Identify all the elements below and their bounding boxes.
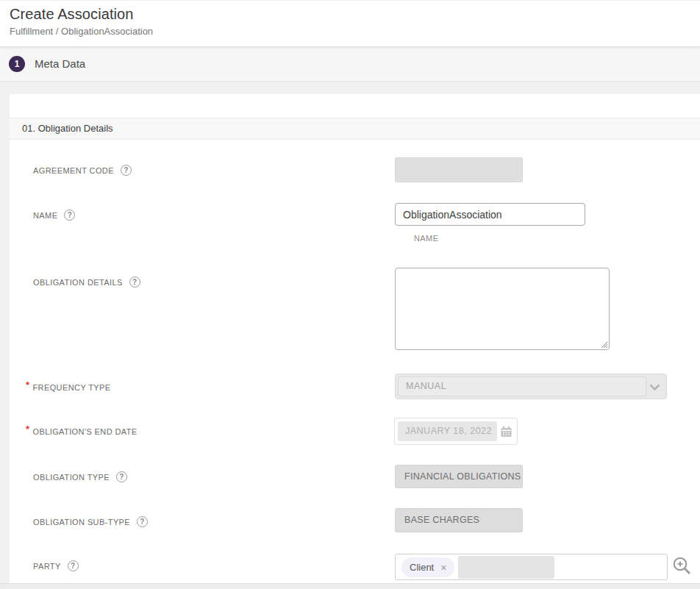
obligation-details-label: OBLIGATION DETAILS ?: [33, 276, 140, 288]
help-icon[interactable]: ?: [68, 560, 79, 571]
frequency-type-select: MANUAL: [395, 374, 667, 399]
help-icon[interactable]: ?: [64, 210, 75, 221]
step-label: Meta Data: [35, 57, 85, 70]
party-chip-label: Client: [410, 562, 434, 573]
name-label: NAME ?: [33, 210, 75, 221]
section-header-obligation-details: 01. Obligation Details: [10, 118, 700, 140]
help-icon[interactable]: ?: [129, 276, 140, 288]
obligation-end-date-label: * OBLIGATION'S END DATE: [26, 426, 138, 437]
party-tag-input[interactable]: Client ×: [395, 554, 668, 580]
calendar-icon: [501, 426, 512, 438]
party-label: PARTY ?: [33, 560, 79, 571]
name-input[interactable]: [395, 203, 585, 226]
obligation-details-field: [395, 268, 610, 350]
chevron-down-icon: [649, 384, 660, 391]
obligation-end-date-field: JANUARY 18, 2022: [394, 418, 518, 445]
agreement-code-field: [395, 157, 523, 182]
chip-remove-icon[interactable]: ×: [440, 562, 446, 574]
page-title: Create Association: [10, 6, 700, 23]
obligation-type-label: OBLIGATION TYPE ?: [33, 471, 127, 482]
required-marker: *: [26, 424, 29, 435]
next-section-strip: [0, 583, 700, 589]
step-header-meta-data[interactable]: 1 Meta Data: [0, 46, 700, 82]
help-icon[interactable]: ?: [121, 165, 132, 176]
obligation-end-date-value: JANUARY 18, 2022: [398, 421, 497, 441]
obligation-details-textarea[interactable]: [395, 268, 610, 350]
help-icon[interactable]: ?: [137, 516, 148, 527]
zoom-in-icon[interactable]: [672, 556, 693, 576]
form-card: 01. Obligation Details AGREEMENT CODE ? …: [10, 94, 700, 583]
page-header: Create Association Fulfillment / Obligat…: [0, 0, 700, 46]
obligation-sub-type-value: BASE CHARGES: [395, 508, 523, 532]
party-chip-client[interactable]: Client ×: [401, 557, 454, 577]
breadcrumb: Fulfillment / ObligationAssociation: [10, 26, 700, 37]
obligation-type-value: FINANCIAL OBLIGATIONS: [395, 465, 523, 488]
obligation-sub-type-label: OBLIGATION SUB-TYPE ?: [33, 516, 148, 527]
required-marker: *: [26, 379, 29, 390]
frequency-type-value: MANUAL: [398, 376, 646, 396]
name-helper-text: NAME: [414, 234, 438, 243]
agreement-code-label: AGREEMENT CODE ?: [33, 165, 132, 176]
party-text-input[interactable]: [458, 556, 554, 579]
step-number-badge: 1: [9, 56, 25, 72]
frequency-type-label: * FREQUENCY TYPE: [26, 382, 111, 393]
help-icon[interactable]: ?: [116, 471, 127, 482]
